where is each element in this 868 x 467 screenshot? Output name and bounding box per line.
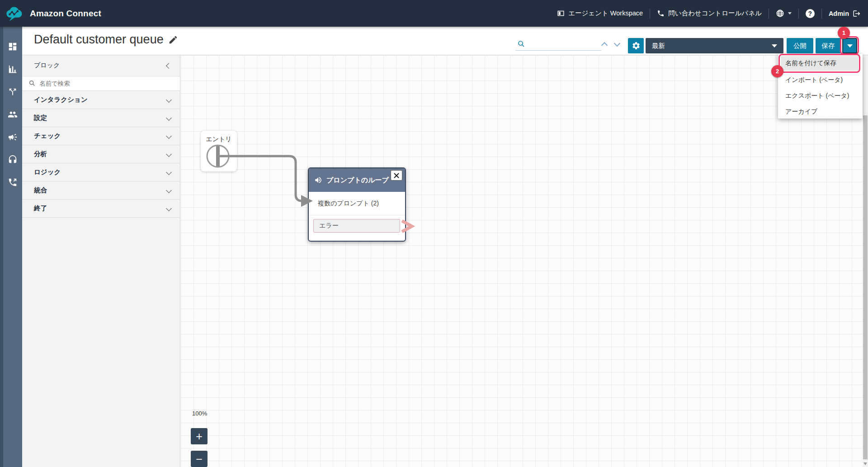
save-options-caret-button[interactable] [842, 38, 857, 53]
contact-control-panel-label: 問い合わせコントロールパネル [668, 9, 762, 18]
amazon-connect-logo-icon [5, 4, 24, 23]
search-icon [28, 80, 36, 87]
help-icon[interactable]: ? [806, 9, 815, 18]
outbound-calls-icon[interactable] [8, 177, 18, 187]
close-block-button[interactable] [391, 170, 402, 181]
chevron-down-icon [166, 133, 172, 139]
top-navigation-bar: Amazon Connect エージェント Workspace 問い合わせコント… [0, 0, 868, 27]
logout-icon [853, 10, 861, 18]
blocks-title: ブロック [34, 62, 60, 70]
version-select-value: 最新 [652, 42, 665, 50]
section-check[interactable]: チェック [22, 127, 180, 145]
zoom-level: 100% [192, 410, 207, 417]
topbar-divider [769, 9, 769, 19]
page-title: Default customer queue [34, 33, 178, 47]
section-terminate[interactable]: 終了 [22, 200, 180, 218]
chevron-down-icon [166, 205, 172, 211]
loop-prompts-block-title: プロンプトのループ [326, 176, 389, 185]
annotation-step-badge: 1 [838, 27, 850, 39]
left-navigation-rail [0, 27, 22, 467]
publish-button[interactable]: 公開 [787, 38, 813, 53]
chevron-down-icon [166, 169, 172, 175]
chevron-down-icon [772, 44, 777, 48]
scrollbar-down-arrow-icon[interactable] [863, 462, 867, 465]
campaigns-megaphone-icon[interactable] [8, 132, 18, 142]
section-settings[interactable]: 設定 [22, 109, 180, 127]
gear-icon [632, 41, 641, 50]
menu-item-import[interactable]: インポート (ベータ) [778, 72, 863, 88]
entry-block-label: エントリ [201, 135, 237, 143]
zoom-out-button[interactable]: − [191, 451, 208, 467]
page-title-text: Default customer queue [34, 33, 164, 47]
section-logic[interactable]: ロジック [22, 163, 180, 181]
blocks-sidebar-header: ブロック [22, 55, 180, 76]
menu-item-save-as[interactable]: 名前を付けて保存 [781, 56, 859, 71]
flow-search-input[interactable] [515, 38, 601, 51]
close-icon [394, 173, 399, 178]
agent-workspace-link[interactable]: エージェント Workspace [557, 9, 643, 18]
version-select[interactable]: 最新 [646, 38, 783, 53]
collapse-panel-icon[interactable] [166, 63, 172, 69]
routing-icon[interactable] [8, 87, 18, 97]
entry-block[interactable]: エントリ [201, 131, 237, 172]
search-icon [517, 40, 525, 48]
chevron-down-icon [166, 187, 172, 193]
chevron-down-icon [166, 151, 172, 157]
block-search [22, 76, 180, 91]
save-button[interactable]: 保存 [816, 38, 841, 53]
users-icon[interactable] [8, 110, 18, 119]
block-output-error[interactable]: エラー [313, 219, 400, 233]
blocks-sidebar: ブロック インタラクション 設定 チェック 分析 ロジック 統合 [22, 55, 180, 467]
topbar-divider [650, 9, 650, 19]
menu-item-archive[interactable]: アーカイブ [778, 104, 863, 119]
globe-icon [776, 9, 784, 18]
annotation-step-badge: 2 [771, 65, 783, 77]
chevron-down-icon [166, 115, 172, 121]
phone-icon [657, 10, 665, 17]
topbar-divider [821, 9, 822, 19]
agent-workspace-label: エージェント Workspace [568, 9, 643, 18]
chevron-down-icon [788, 12, 792, 14]
section-integration[interactable]: 統合 [22, 181, 180, 200]
zoom-in-button[interactable]: + [191, 428, 208, 444]
section-analytics[interactable]: 分析 [22, 145, 180, 163]
dashboard-icon[interactable] [8, 42, 18, 52]
vertical-scrollbar[interactable] [863, 55, 868, 467]
topbar-right-links: エージェント Workspace 問い合わせコントロールパネル ? Admin [557, 9, 868, 19]
flow-settings-button[interactable] [628, 38, 644, 53]
edit-pencil-icon[interactable] [168, 35, 178, 45]
contact-control-panel-link[interactable]: 問い合わせコントロールパネル [657, 9, 762, 18]
save-options-menu: 名前を付けて保存 インポート (ベータ) エクスポート (ベータ) アーカイブ [778, 54, 863, 119]
workspace-window-icon [557, 10, 565, 17]
admin-label: Admin [829, 10, 849, 17]
chevron-down-icon [166, 97, 172, 103]
flow-connector [181, 55, 863, 467]
topbar-divider [798, 9, 799, 19]
scrollbar-thumb[interactable] [863, 115, 868, 459]
headset-icon[interactable] [8, 155, 18, 165]
chevron-down-icon [847, 44, 853, 48]
block-output-multiple-prompts[interactable]: 複数のプロンプト (2) [309, 192, 405, 215]
admin-menu[interactable]: Admin [829, 10, 861, 18]
flow-canvas[interactable]: エントリ プロンプトのループ 複数のプロンプト (2) エラー [181, 55, 863, 467]
metrics-icon[interactable] [8, 64, 18, 74]
amazon-connect-flow-editor: Amazon Connect エージェント Workspace 問い合わせコント… [0, 0, 868, 467]
block-search-input[interactable] [22, 76, 180, 91]
prompt-speaker-icon [314, 176, 322, 184]
loop-prompts-block[interactable]: プロンプトのループ 複数のプロンプト (2) エラー [308, 167, 406, 242]
app-title: Amazon Connect [30, 9, 101, 19]
menu-item-export[interactable]: エクスポート (ベータ) [778, 88, 863, 104]
error-connection-arrow-icon[interactable] [401, 220, 414, 234]
language-selector[interactable] [776, 9, 792, 18]
section-interactions[interactable]: インタラクション [22, 91, 180, 109]
